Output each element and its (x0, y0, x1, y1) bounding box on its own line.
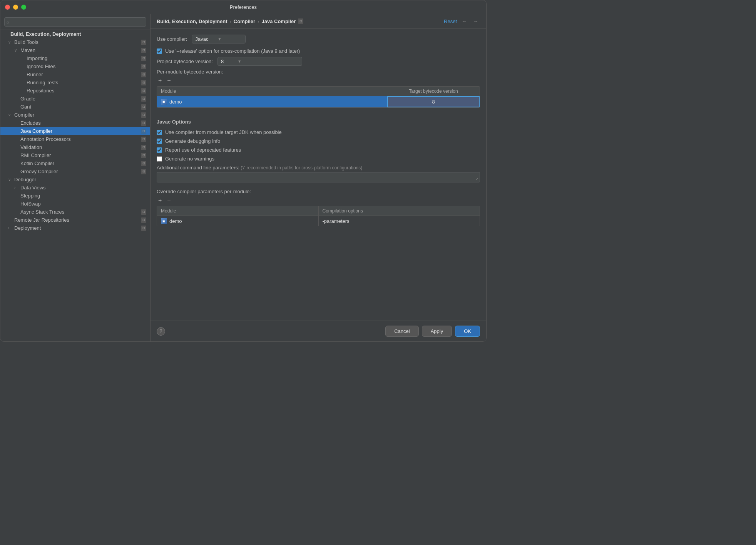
bytecode-row: Project bytecode version: 8 ▼ (157, 57, 480, 66)
override-add-remove-bar: + − (157, 197, 480, 204)
sync-icon: ⊡ (141, 72, 146, 77)
action-buttons: Cancel Apply OK (385, 326, 480, 337)
version-col-header: Target bytecode version (387, 87, 480, 96)
sidebar-item-running-tests[interactable]: ∨ Running Tests ⊡ (0, 79, 150, 87)
cmd-params-hint: ('/' recommended in paths for cross-plat… (241, 165, 362, 171)
sidebar-item-build-tools[interactable]: ∨ Build Tools ⊡ (0, 38, 150, 46)
deprecated-checkbox[interactable] (157, 147, 162, 153)
sidebar-label: Remote Jar Repositories (14, 217, 139, 223)
debugging-checkbox[interactable] (157, 139, 162, 144)
reset-button[interactable]: Reset (444, 18, 457, 24)
sidebar-item-annotation-processors[interactable]: ∨ Annotation Processors ⊡ (0, 135, 150, 143)
override-module-cell: ▣ demo (157, 216, 319, 226)
per-module-label: Per-module bytecode version: (157, 69, 480, 75)
sidebar-item-ignored-files[interactable]: ∨ Ignored Files ⊡ (0, 62, 150, 70)
deprecated-row: Report use of deprecated features (157, 147, 480, 153)
ok-button[interactable]: OK (455, 326, 480, 337)
cmd-input-wrapper: ⤢ (157, 172, 480, 182)
search-bar-container: ⌕ (0, 14, 150, 30)
sidebar-label: HotSwap (20, 201, 146, 207)
module-target-label: Use compiler from module target JDK when… (165, 129, 282, 135)
title-bar: Preferences (0, 0, 486, 14)
sidebar-item-remote-jar-repositories[interactable]: ∨ Remote Jar Repositories ⊡ (0, 216, 150, 224)
sidebar-item-hotswap[interactable]: ∨ HotSwap (0, 200, 150, 208)
sidebar-item-data-views[interactable]: › Data Views (0, 184, 150, 192)
content-body: Use compiler: Javac ▼ Use '--release' op… (151, 28, 486, 321)
sidebar-label: Stepping (20, 193, 146, 199)
cancel-button[interactable]: Cancel (385, 326, 418, 337)
sidebar-item-compiler[interactable]: ∨ Compiler ⊡ (0, 111, 150, 119)
warnings-checkbox[interactable] (157, 156, 162, 162)
preferences-window: Preferences ⌕ Build, Execution, Deployme… (0, 0, 487, 342)
module-table: Module Target bytecode version ▣ demo 8 (157, 86, 480, 108)
sidebar-item-repositories[interactable]: ∨ Repositories ⊡ (0, 87, 150, 95)
maximize-button[interactable] (21, 5, 26, 10)
sidebar-item-validation[interactable]: ∨ Validation ⊡ (0, 143, 150, 151)
sidebar-item-gant[interactable]: ∨ Gant ⊡ (0, 103, 150, 111)
sync-icon: ⊡ (141, 129, 146, 134)
override-module-name: demo (169, 218, 182, 224)
bytecode-dropdown[interactable]: 8 ▼ (217, 57, 302, 66)
sync-icon: ⊡ (141, 169, 146, 174)
breadcrumb-part-2: Compiler (234, 18, 255, 24)
sidebar-item-stepping[interactable]: ∨ Stepping (0, 192, 150, 200)
sidebar-label: Runner (27, 72, 139, 77)
content-panel: Build, Execution, Deployment › Compiler … (151, 14, 486, 341)
minimize-button[interactable] (13, 5, 18, 10)
sidebar-label: Kotlin Compiler (20, 160, 139, 166)
sidebar-item-runner[interactable]: ∨ Runner ⊡ (0, 70, 150, 79)
sidebar-item-java-compiler[interactable]: ∨ Java Compiler ⊡ (0, 127, 150, 135)
expand-icon: ⤢ (475, 177, 478, 181)
sidebar-label: Deployment (14, 225, 139, 231)
close-button[interactable] (5, 5, 10, 10)
sync-icon: ⊡ (141, 88, 146, 94)
cross-compilation-checkbox[interactable] (157, 48, 162, 54)
apply-button[interactable]: Apply (422, 326, 452, 337)
forward-button[interactable]: → (472, 17, 480, 25)
sidebar: ⌕ Build, Execution, Deployment ∨ Bui (0, 14, 151, 341)
sidebar-item-async-stack-traces[interactable]: ∨ Async Stack Traces ⊡ (0, 208, 150, 216)
bytecode-label: Project bytecode version: (157, 59, 213, 64)
sidebar-item-importing[interactable]: ∨ Importing ⊡ (0, 54, 150, 62)
sidebar-item-groovy-compiler[interactable]: ∨ Groovy Compiler ⊡ (0, 167, 150, 176)
sidebar-label: Validation (20, 144, 139, 150)
sync-icon: ⊡ (141, 137, 146, 142)
sync-icon: ⊡ (141, 80, 146, 85)
table-row[interactable]: ▣ demo 8 (157, 96, 480, 107)
breadcrumb-sep-1: › (229, 18, 231, 24)
sync-icon: ⊡ (141, 226, 146, 231)
sync-icon: ⊡ (141, 161, 146, 166)
breadcrumb-part-1: Build, Execution, Deployment (157, 18, 227, 24)
sidebar-item-deployment[interactable]: › Deployment ⊡ (0, 224, 150, 232)
sync-icon: ⊡ (141, 96, 146, 102)
sync-icon: ⊡ (141, 48, 146, 53)
version-cell[interactable]: 8 (387, 96, 480, 107)
compiler-dropdown[interactable]: Javac ▼ (192, 35, 246, 43)
module-cell: ▣ demo (157, 97, 387, 107)
content-header: Build, Execution, Deployment › Compiler … (151, 14, 486, 28)
sidebar-label: Annotation Processors (20, 136, 139, 142)
module-target-checkbox[interactable] (157, 130, 162, 135)
sidebar-label: Gant (20, 104, 139, 110)
deprecated-label: Report use of deprecated features (165, 147, 241, 153)
use-compiler-label: Use compiler: (157, 36, 187, 42)
search-input[interactable] (4, 17, 146, 27)
sidebar-item-rmi-compiler[interactable]: ∨ RMI Compiler ⊡ (0, 151, 150, 159)
sidebar-item-kotlin-compiler[interactable]: ∨ Kotlin Compiler ⊡ (0, 159, 150, 167)
sidebar-item-gradle[interactable]: ∨ Gradle ⊡ (0, 95, 150, 103)
sidebar-item-excludes[interactable]: ∨ Excludes ⊡ (0, 119, 150, 127)
remove-module-button[interactable]: − (166, 78, 172, 84)
add-module-button[interactable]: + (157, 78, 163, 84)
sidebar-item-maven[interactable]: ∨ Maven ⊡ (0, 46, 150, 54)
module-icon: ▣ (161, 99, 167, 105)
add-override-button[interactable]: + (157, 197, 163, 204)
compiler-row: Use compiler: Javac ▼ (157, 35, 480, 43)
back-button[interactable]: ← (460, 17, 468, 25)
sidebar-label: Build, Execution, Deployment (10, 31, 146, 37)
cmd-params-input[interactable] (157, 172, 480, 182)
sidebar-item-build-execution-deployment[interactable]: Build, Execution, Deployment (0, 30, 150, 38)
sidebar-item-debugger[interactable]: ∨ Debugger (0, 176, 150, 184)
remove-override-button[interactable]: − (166, 197, 172, 204)
help-button[interactable]: ? (157, 327, 165, 336)
override-table-row[interactable]: ▣ demo -parameters (157, 216, 480, 226)
